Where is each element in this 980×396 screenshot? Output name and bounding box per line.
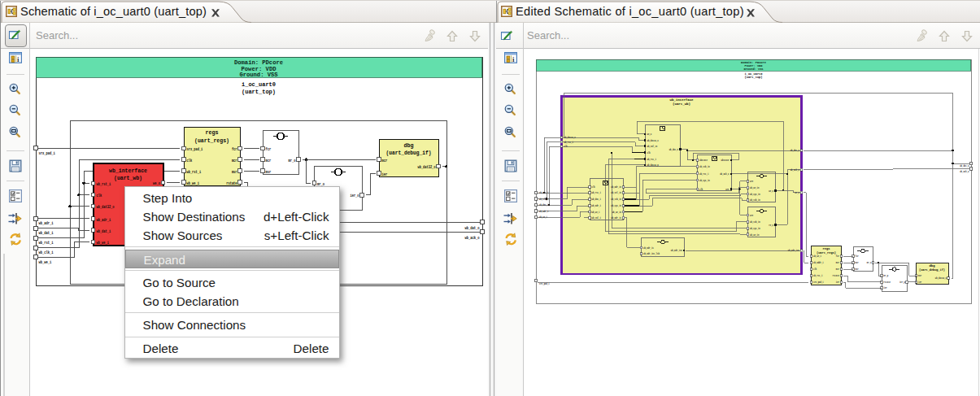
- svg-text:wb_adr_is: wb_adr_is: [643, 246, 654, 250]
- svg-text:ier: ier: [836, 281, 839, 284]
- svg-text:wb_we_i: wb_we_i: [592, 211, 600, 214]
- svg-text:wb_we_in: wb_we_in: [750, 233, 760, 237]
- svg-text:wre: wre: [750, 181, 753, 183]
- svg-text:fcr: fcr: [232, 146, 237, 152]
- svg-text:wb_rst_i: wb_rst_i: [539, 191, 549, 194]
- svg-text:mcr: mcr: [232, 158, 237, 163]
- svg-text:wb_clk_i: wb_clk_i: [539, 198, 549, 201]
- svg-text:Domain: PDcore: Domain: PDcore: [234, 59, 283, 66]
- svg-text:wb_dat_n: wb_dat_n: [669, 148, 679, 151]
- svg-text:wb_ack_o: wb_ack_o: [465, 235, 480, 241]
- svg-text:mcr: mcr: [918, 275, 921, 277]
- svg-text:wb_dat32_o: wb_dat32_o: [97, 204, 115, 210]
- svg-text:wb_ack_o: wb_ack_o: [960, 170, 969, 173]
- svg-text:wb_addr_i: wb_addr_i: [813, 261, 824, 264]
- svg-text:Ground: VSS: Ground: VSS: [744, 67, 764, 71]
- svg-text:wb_we_i: wb_we_i: [539, 215, 547, 219]
- svg-text:wre: wre: [750, 215, 753, 217]
- svg-text:mcr: mcr: [266, 158, 272, 163]
- svg-text:wbstate: wbstate: [699, 159, 708, 162]
- svg-text:srx_pad_i: srx_pad_i: [187, 146, 203, 152]
- svg-text:clk: clk: [187, 158, 193, 163]
- svg-text:msr: msr: [232, 169, 237, 175]
- svg-text:wb_rst_i: wb_rst_i: [592, 191, 602, 194]
- svg-text:wre: wre: [725, 189, 729, 191]
- svg-text:clk: clk: [813, 268, 817, 271]
- svg-text:(uart_wb): (uart_wb): [673, 102, 690, 106]
- svg-text:wb_adr_is: wb_adr_is: [611, 216, 621, 220]
- svg-text:wb_we_i: wb_we_i: [813, 255, 821, 258]
- svg-text:Ground: VSS: Ground: VSS: [240, 72, 278, 78]
- svg-text:mcr: mcr: [856, 262, 859, 264]
- svg-text:ier_o: ier_o: [351, 193, 359, 198]
- svg-text:wb_ack_o: wb_ack_o: [791, 168, 800, 172]
- svg-text:clk: clk: [647, 151, 651, 154]
- svg-text:srx_pad_i: srx_pad_i: [539, 282, 550, 285]
- svg-text:(uart_debug_if): (uart_debug_if): [919, 268, 945, 272]
- svg-text:clk: clk: [592, 185, 595, 189]
- svg-text:msr: msr: [266, 169, 272, 175]
- svg-text:dbg: dbg: [930, 264, 935, 268]
- svg-text:we_o: we_o: [795, 192, 799, 194]
- svg-text:wb_adr_int_lsb: wb_adr_int_lsb: [643, 252, 660, 255]
- svg-text:msr: msr: [836, 268, 839, 271]
- svg-text:mr_o: mr_o: [867, 262, 872, 264]
- svg-text:wb_stb_in: wb_stb_in: [750, 198, 760, 202]
- svg-text:wb_rst_i: wb_rst_i: [39, 240, 54, 246]
- svg-text:mcr: mcr: [382, 158, 388, 163]
- svg-text:wb_dat32_o: wb_dat32_o: [564, 136, 576, 139]
- svg-text:(uart_top): (uart_top): [242, 89, 276, 95]
- svg-text:wb_dat_o: wb_dat_o: [960, 164, 969, 168]
- svg-text:wb_dat_o: wb_dat_o: [791, 149, 800, 152]
- svg-text:wb_stb_in: wb_stb_in: [611, 198, 621, 201]
- svg-text:wb_dat_i: wb_dat_i: [97, 228, 111, 234]
- svg-text:(uart_debug_if): (uart_debug_if): [386, 150, 432, 156]
- svg-text:wb_ack_o: wb_ack_o: [720, 172, 730, 176]
- svg-text:wbstate: wbstate: [721, 159, 730, 162]
- svg-text:wb_adr_i: wb_adr_i: [39, 220, 54, 226]
- svg-text:ier: ier: [382, 172, 388, 177]
- svg-text:(uart_top): (uart_top): [745, 76, 763, 79]
- svg-text:(uart_regs): (uart_regs): [194, 138, 229, 144]
- svg-text:wb_rst_i: wb_rst_i: [97, 181, 111, 187]
- svg-text:srx_pad_i: srx_pad_i: [813, 281, 824, 284]
- svg-text:mr_o: mr_o: [289, 158, 296, 163]
- svg-text:wb_cyc_in: wb_cyc_in: [750, 193, 760, 196]
- svg-text:wb_we_i: wb_we_i: [97, 240, 110, 246]
- svg-text:mcr: mcr: [836, 262, 839, 264]
- svg-text:wb_adr_i: wb_adr_i: [97, 217, 111, 223]
- svg-text:wb_adr_int: wb_adr_int: [788, 249, 799, 252]
- svg-text:we_o: we_o: [769, 190, 773, 193]
- svg-text:wb_dat_i: wb_dat_i: [39, 230, 54, 236]
- svg-text:rstate: rstate: [832, 275, 839, 277]
- svg-text:ier: ier: [884, 286, 887, 289]
- svg-text:clk: clk: [564, 145, 568, 148]
- svg-text:wb_dat32_o: wb_dat32_o: [935, 276, 947, 280]
- svg-text:wb_dat32_p: wb_dat32_p: [647, 163, 659, 167]
- svg-text:wb_we_i: wb_we_i: [39, 259, 52, 265]
- svg-text:ier: ier: [918, 281, 921, 284]
- svg-text:wb_adr_i: wb_adr_i: [539, 210, 549, 213]
- svg-text:wb_cyc_in: wb_cyc_in: [750, 227, 760, 230]
- svg-text:wb_rst_i: wb_rst_i: [187, 169, 202, 175]
- svg-text:wb_we_in: wb_we_in: [612, 211, 622, 214]
- svg-text:wb_sel_in: wb_sel_in: [611, 191, 621, 194]
- svg-text:i_oc_uart0: i_oc_uart0: [745, 72, 764, 76]
- svg-text:msr: msr: [856, 268, 859, 271]
- svg-text:srx_pad_i: srx_pad_i: [39, 150, 56, 156]
- svg-text:re_o: re_o: [769, 224, 773, 227]
- svg-text:rstate: rstate: [884, 281, 891, 284]
- svg-text:we_o: we_o: [647, 133, 652, 136]
- svg-text:clk: clk: [699, 188, 703, 191]
- svg-text:wb_cyc_in: wb_cyc_in: [699, 179, 710, 182]
- svg-text:wb_adr_in: wb_adr_in: [611, 185, 621, 189]
- svg-text:wb_rst_i: wb_rst_i: [564, 141, 574, 144]
- svg-text:wb_val_i: wb_val_i: [592, 216, 602, 220]
- svg-text:clk: clk: [97, 193, 102, 198]
- svg-text:i_oc_uart0: i_oc_uart0: [242, 81, 276, 88]
- svg-text:dbg: dbg: [404, 143, 414, 149]
- svg-text:regs: regs: [823, 247, 830, 250]
- svg-text:fcr: fcr: [856, 255, 859, 258]
- svg-text:wb_rst_i: wb_rst_i: [699, 172, 709, 176]
- svg-text:mr_p: mr_p: [884, 275, 889, 277]
